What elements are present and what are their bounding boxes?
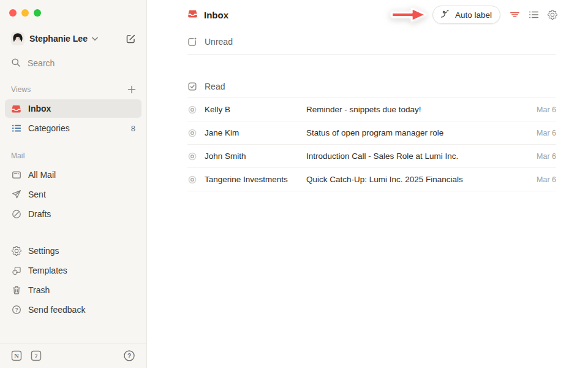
email-sender: Jane Kim [205,128,306,137]
close-window-button[interactable] [9,9,17,17]
email-sender: Tangerine Investments [205,175,306,184]
svg-text:?: ? [15,307,18,313]
email-date: Mar 6 [537,105,556,114]
sidebar-item-label: Drafts [28,209,51,219]
search-placeholder: Search [28,58,55,68]
chevron-down-icon [92,37,98,41]
sidebar-item-drafts[interactable]: Drafts [5,205,141,223]
sidebar-item-all-mail[interactable]: All Mail [5,166,141,184]
read-section-label: Read [205,82,225,91]
avatar [11,32,24,45]
zoom-window-button[interactable] [34,9,41,17]
unread-section-header[interactable]: Unread [187,29,556,55]
read-indicator-icon[interactable] [187,175,197,185]
sidebar-item-label: Send feedback [28,305,85,315]
email-date: Mar 6 [537,152,556,161]
sidebar-item-settings[interactable]: Settings [5,242,141,260]
mail-section-label: Mail [11,151,24,160]
user-name: Stephanie Lee [29,34,88,44]
auto-label-sparkle-icon [440,9,450,21]
views-section-label: Views [11,85,31,94]
auto-label-button[interactable]: Auto label [432,6,500,24]
email-subject: Introduction Call - Sales Role at Lumi I… [306,151,537,161]
minimize-window-button[interactable] [21,9,29,17]
sidebar-footer: N 7 ? [0,343,146,368]
email-row[interactable]: John Smith Introduction Call - Sales Rol… [187,145,556,168]
email-date: Mar 6 [537,175,556,184]
email-sender: John Smith [205,151,306,161]
main-content: Inbox Auto label [147,0,588,368]
views-section-header: Views [0,84,146,95]
templates-icon [11,266,21,275]
unread-badge-icon [187,37,197,47]
sent-icon [11,190,21,199]
sidebar: Stephanie Lee Search Views [0,0,147,368]
read-indicator-icon[interactable] [187,105,197,115]
search-icon [11,58,21,69]
email-subject: Reminder - snippets due today! [306,105,537,114]
sidebar-item-templates[interactable]: Templates [5,261,141,280]
svg-text:7: 7 [34,353,37,359]
inbox-icon [11,104,21,114]
svg-text:?: ? [127,353,131,359]
categories-count-badge: 8 [131,124,135,133]
sidebar-item-sent[interactable]: Sent [5,185,141,204]
auto-label-button-label: Auto label [455,10,492,20]
add-view-plus-icon[interactable] [127,85,136,94]
email-sender: Kelly B [205,105,306,114]
drafts-icon [11,209,21,219]
categories-list-icon [11,123,21,133]
sidebar-item-label: Inbox [28,104,51,113]
svg-text:N: N [14,353,19,359]
email-row[interactable]: Tangerine Investments Quick Catch-Up: Lu… [187,168,556,191]
read-indicator-icon[interactable] [187,151,197,161]
mail-section-header: Mail [0,150,146,161]
email-list: Unread Read Kelly B Reminder - snippets … [147,29,588,191]
sidebar-item-label: Categories [28,123,70,133]
search-input[interactable]: Search [0,56,146,71]
toolbar: Auto label [390,5,557,25]
email-subject: Quick Catch-Up: Lumi Inc. 2025 Financial… [306,175,537,184]
settings-gear-icon[interactable] [548,10,557,20]
sidebar-item-trash[interactable]: Trash [5,281,141,299]
list-view-icon[interactable] [529,10,539,20]
trash-icon [11,285,21,295]
help-icon[interactable]: ? [123,350,135,362]
all-mail-icon [11,170,21,180]
calendar-7-icon[interactable]: 7 [31,350,42,361]
sidebar-item-send-feedback[interactable]: ? Send feedback [5,301,141,319]
account-switcher[interactable]: Stephanie Lee [0,31,146,46]
email-row[interactable]: Jane Kim Status of open program manager … [187,121,556,145]
compose-icon[interactable] [126,34,136,44]
page-title: Inbox [204,10,228,20]
unread-section-label: Unread [205,37,233,47]
settings-gear-icon [11,246,21,256]
question-icon: ? [11,305,21,315]
sidebar-item-label: Settings [28,246,59,256]
read-section-header[interactable]: Read [187,75,556,98]
email-subject: Status of open program manager role [306,128,537,137]
read-checkbox-icon [187,82,197,91]
filter-icon[interactable] [510,10,520,20]
email-row[interactable]: Kelly B Reminder - snippets due today! M… [187,98,556,121]
sidebar-item-label: Trash [28,285,50,295]
sidebar-item-label: Templates [28,266,67,275]
sidebar-item-inbox[interactable]: Inbox [5,99,141,118]
annotation-arrow-icon [390,5,427,25]
sidebar-item-categories[interactable]: Categories 8 [5,119,141,137]
notion-logo-icon[interactable]: N [11,350,22,361]
inbox-icon [187,9,198,21]
sidebar-item-label: Sent [28,190,46,199]
email-date: Mar 6 [537,129,556,137]
read-indicator-icon[interactable] [187,128,197,138]
main-header: Inbox Auto label [147,0,588,29]
mail-app-window: Stephanie Lee Search Views [0,0,588,368]
sidebar-item-label: All Mail [28,170,56,180]
window-controls [0,0,146,17]
